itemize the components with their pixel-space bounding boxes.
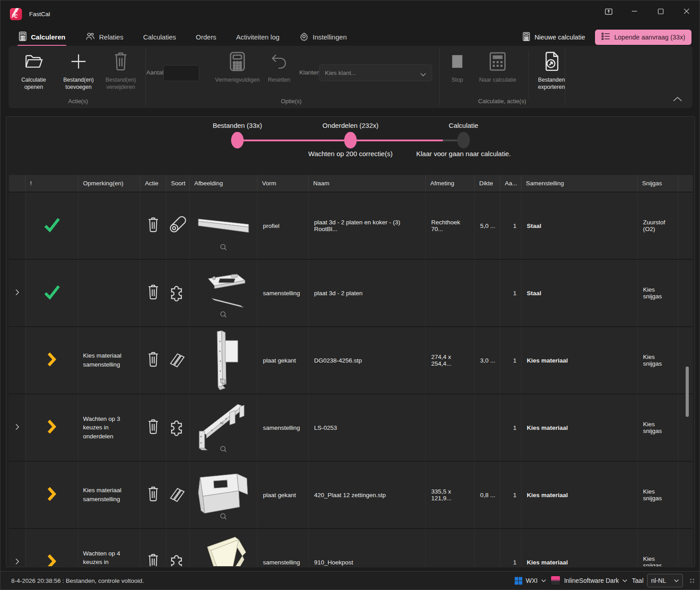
cell-afbeelding xyxy=(190,192,258,259)
popout-button[interactable] xyxy=(595,2,621,22)
cell-samenstelling[interactable]: Staal xyxy=(521,260,638,326)
table-header-row: ! Opmerking(en) Actie Soort Afbeelding V… xyxy=(9,175,693,192)
zoom-magnifier-icon[interactable] xyxy=(220,513,227,522)
export-file-icon xyxy=(542,51,561,74)
table-row[interactable]: samenstelling plaat 3d - 2 platen 1 Staa… xyxy=(9,259,693,326)
table-row[interactable]: Kies materiaal samenstelling plaat gekan… xyxy=(9,461,693,528)
column-header-soort[interactable]: Soort xyxy=(166,175,190,192)
chevron-down-icon xyxy=(674,579,679,582)
trash-icon xyxy=(146,418,161,437)
remove-files-label: Bestand(en) verwijderen xyxy=(99,76,142,91)
column-header-actie[interactable]: Actie xyxy=(140,175,166,192)
delete-row-button[interactable] xyxy=(140,529,166,566)
maximize-button[interactable] xyxy=(648,2,674,22)
export-files-button[interactable]: Bestanden exporteren xyxy=(531,50,572,91)
cell-snijgas[interactable]: Kies snijgas xyxy=(638,529,678,566)
tab-orders[interactable]: Orders xyxy=(196,27,216,47)
resize-grip[interactable] xyxy=(690,579,694,583)
gear-icon xyxy=(299,32,309,43)
new-calculation-button[interactable]: Nieuwe calculatie xyxy=(522,32,585,43)
vertical-scrollbar[interactable] xyxy=(686,175,689,566)
cell-aantal: 1 xyxy=(500,192,521,259)
cell-afbeelding xyxy=(190,327,258,393)
cell-samenstelling[interactable]: Kies materiaal xyxy=(521,327,638,393)
cell-dikte xyxy=(475,529,500,566)
delete-row-button[interactable] xyxy=(140,192,166,259)
delete-row-button[interactable] xyxy=(140,462,166,528)
cell-samenstelling[interactable]: Kies materiaal xyxy=(521,529,638,566)
cell-afmeting: 274,4 x 254,4... xyxy=(426,327,475,393)
tab-calculaties[interactable]: Calculaties xyxy=(143,27,176,47)
table-row[interactable]: profiel plaat 3d - 2 platen en koker - (… xyxy=(9,192,693,259)
amount-input[interactable] xyxy=(163,65,199,81)
zoom-magnifier-icon[interactable] xyxy=(220,378,227,387)
expand-row-button[interactable] xyxy=(9,394,26,461)
open-calculation-button[interactable]: Calculatie openen xyxy=(12,50,55,91)
zoom-magnifier-icon[interactable] xyxy=(220,311,227,320)
table-row[interactable]: Kies materiaal samenstelling plaat gekan… xyxy=(9,326,693,393)
step-dot-calculatie[interactable] xyxy=(457,132,470,149)
pending-request-button[interactable]: Lopende aanvraag (33x) xyxy=(595,30,691,45)
tab-relaties[interactable]: Relaties xyxy=(85,27,123,47)
add-files-button[interactable]: Bestand(en) toevoegen xyxy=(57,50,100,91)
close-button[interactable] xyxy=(674,2,700,22)
delete-row-button[interactable] xyxy=(140,394,166,461)
column-header-afmeting[interactable]: Afmeting xyxy=(426,175,475,192)
chevron-right-icon xyxy=(15,558,19,567)
tab-activiteiten-log[interactable]: Activiteiten log xyxy=(236,27,280,47)
table-row[interactable]: Wachten op 4 keuzes in onderdelen samens… xyxy=(9,528,693,566)
tab-calculeren[interactable]: Calculeren xyxy=(18,27,66,47)
title-bar: FC FastCal xyxy=(0,0,700,27)
cell-snijgas[interactable]: Kies snijgas xyxy=(638,394,678,461)
column-header-afbeelding[interactable]: Afbeelding xyxy=(190,175,258,192)
zoom-magnifier-icon[interactable] xyxy=(220,244,227,253)
column-header-dikte[interactable]: Dikte xyxy=(475,175,500,192)
status-message: 8-4-2026 20:38:56 : Bestanden, controle … xyxy=(11,577,144,584)
delete-row-button[interactable] xyxy=(140,327,166,393)
cell-samenstelling[interactable]: Kies materiaal xyxy=(521,394,638,461)
soort-assembly-puzzle-icon xyxy=(169,417,188,438)
table-row[interactable]: Wachten op 3 keuzes in onderdelen samens… xyxy=(9,393,693,461)
step-sublabel-calculatie: Klaar voor gaan naar calculatie. xyxy=(416,150,511,157)
cell-afmeting xyxy=(426,260,475,326)
cell-status xyxy=(26,192,79,259)
tab-label: Relaties xyxy=(99,33,123,41)
cell-naam: DG0238-4256.stp xyxy=(309,327,426,393)
collapse-ribbon-button[interactable] xyxy=(673,96,682,104)
step-label-bestanden: Bestanden (33x) xyxy=(213,122,262,129)
scrollbar-thumb[interactable] xyxy=(686,367,689,417)
cell-snijgas[interactable]: Kies snijgas xyxy=(638,260,678,326)
cell-snijgas[interactable]: Kies snijgas xyxy=(638,327,678,393)
minimize-button[interactable] xyxy=(621,2,648,22)
cell-samenstelling[interactable]: Kies materiaal xyxy=(521,462,638,528)
column-header-samenstelling[interactable]: Samenstelling xyxy=(521,175,638,192)
zoom-magnifier-icon[interactable] xyxy=(220,446,227,455)
cell-samenstelling[interactable]: Staal xyxy=(521,192,638,259)
step-connector-2 xyxy=(350,140,443,141)
column-header-opmerking[interactable]: Opmerking(en) xyxy=(79,175,140,192)
column-header-aantal[interactable]: Aa... xyxy=(500,175,521,192)
cell-snijgas[interactable]: Zuurstof (O2) xyxy=(638,192,678,259)
cell-remark xyxy=(79,192,140,259)
step-label-calculatie: Calculatie xyxy=(449,122,478,129)
column-header-status[interactable]: ! xyxy=(26,175,79,192)
column-header-vorm[interactable]: Vorm xyxy=(258,175,309,192)
expand-row-button[interactable] xyxy=(9,260,26,326)
step-dot-onderdelen[interactable] xyxy=(344,132,357,149)
language-select[interactable]: nl-NL xyxy=(647,574,683,587)
step-dot-bestanden[interactable] xyxy=(231,132,244,149)
maximize-icon xyxy=(656,7,665,17)
add-files-label: Bestand(en) toevoegen xyxy=(57,76,100,91)
wxi-selector[interactable]: WXI xyxy=(515,577,546,585)
cell-snijgas[interactable]: Kies snijgas xyxy=(638,462,678,528)
theme-selector[interactable]: InlineSoftware Dark xyxy=(551,576,627,586)
calculator-icon xyxy=(229,51,246,74)
plus-icon xyxy=(68,52,89,73)
column-header-naam[interactable]: Naam xyxy=(309,175,426,192)
delete-row-button[interactable] xyxy=(140,260,166,326)
tab-instellingen[interactable]: Instellingen xyxy=(299,27,347,47)
column-header-snijgas[interactable]: Snijgas xyxy=(638,175,678,192)
customer-select[interactable]: Kies klant... xyxy=(319,64,432,81)
expand-row-button[interactable] xyxy=(9,529,26,566)
cell-afmeting: Rechthoek 70... xyxy=(426,192,475,259)
